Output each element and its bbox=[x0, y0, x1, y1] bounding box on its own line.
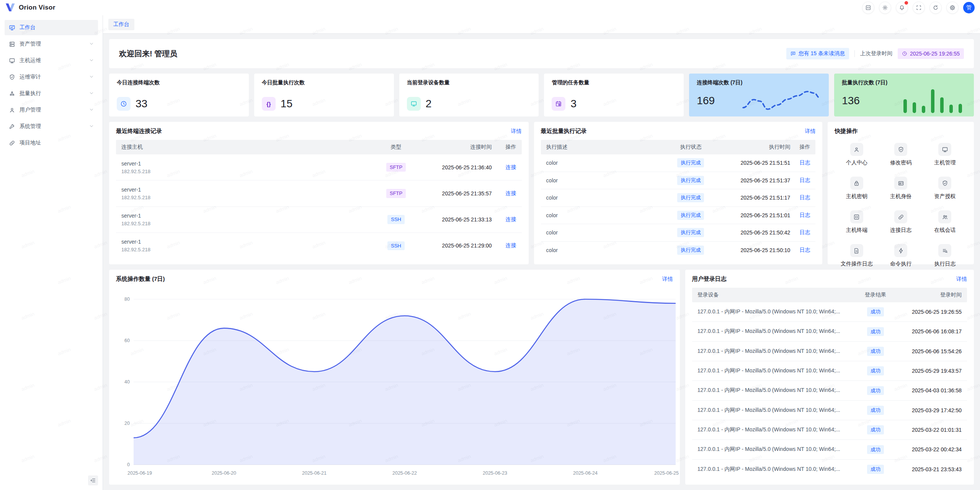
shield-check-icon bbox=[938, 177, 951, 190]
login-device: 127.0.0.1 - 内网IP - Mozilla/5.0 (Windows … bbox=[697, 367, 858, 374]
host-ip: 182.92.5.218 bbox=[121, 221, 377, 226]
svg-text:80: 80 bbox=[124, 297, 130, 302]
sidebar-item-5[interactable]: 批量执行 bbox=[5, 86, 98, 101]
quick-action-11[interactable]: 命令执行 bbox=[879, 244, 923, 267]
log-link[interactable]: 日志 bbox=[799, 194, 810, 200]
login-log-row: 127.0.0.1 - 内网IP - Mozilla/5.0 (Windows … bbox=[692, 322, 967, 341]
host-name: server-1 bbox=[121, 187, 377, 193]
code-button[interactable] bbox=[862, 2, 874, 14]
quick-action-12[interactable]: 执行日志 bbox=[923, 244, 967, 267]
host-name: server-1 bbox=[121, 213, 377, 219]
quick-action-9[interactable]: 在线会话 bbox=[923, 210, 967, 234]
menu-fold-icon bbox=[90, 478, 96, 483]
quick-action-5[interactable]: 主机身份 bbox=[879, 177, 923, 200]
login-device: 127.0.0.1 - 内网IP - Mozilla/5.0 (Windows … bbox=[697, 466, 858, 473]
column-header: 执行状态 bbox=[668, 144, 714, 151]
log-link[interactable]: 日志 bbox=[799, 159, 810, 166]
quick-action-2[interactable]: 修改密码 bbox=[879, 143, 923, 166]
log-link[interactable]: 日志 bbox=[799, 212, 810, 218]
sidebar-item-4[interactable]: 运维审计 bbox=[5, 69, 98, 85]
host-ip: 182.92.5.218 bbox=[121, 169, 377, 174]
login-time: 2025-06-25 19:26:55 bbox=[893, 309, 962, 315]
refresh-button[interactable] bbox=[929, 2, 942, 14]
code-square-icon bbox=[853, 214, 860, 220]
quick-action-3[interactable]: 主机管理 bbox=[923, 143, 967, 166]
chevron-down-icon bbox=[89, 58, 94, 62]
connect-link[interactable]: 连接 bbox=[506, 164, 516, 170]
chevron-down-icon bbox=[89, 74, 94, 79]
sidebar-item-label: 用户管理 bbox=[20, 107, 85, 113]
svg-text:2025-06-22: 2025-06-22 bbox=[392, 470, 417, 476]
asset-icon bbox=[9, 41, 15, 48]
log-link[interactable]: 日志 bbox=[799, 177, 810, 183]
connect-link[interactable]: 连接 bbox=[506, 242, 516, 248]
breadcrumb-item-workbench[interactable]: 工作台 bbox=[108, 19, 134, 30]
exec-time: 2025-06-25 21:51:51 bbox=[714, 160, 790, 166]
sidebar-item-1[interactable]: 工作台 bbox=[5, 20, 98, 35]
login-log-row: 127.0.0.1 - 内网IP - Mozilla/5.0 (Windows … bbox=[692, 460, 967, 479]
wrench-icon bbox=[9, 123, 15, 130]
column-header: 登录设备 bbox=[697, 292, 858, 298]
settings-button[interactable] bbox=[946, 2, 959, 14]
id-card-icon bbox=[898, 180, 904, 187]
svg-text:60: 60 bbox=[124, 338, 130, 343]
login-result-badge: 成功 bbox=[867, 347, 884, 356]
stat-label: 今日连接终端次数 bbox=[117, 79, 241, 86]
quick-action-10[interactable]: 文件操作日志 bbox=[835, 244, 879, 267]
sidebar-item-6[interactable]: 用户管理 bbox=[5, 102, 98, 118]
quick-actions-panel: 快捷操作 个人中心修改密码主机管理主机密钥主机身份资产授权主机终端连接日志在线会… bbox=[828, 122, 974, 264]
exec-record-row: color执行完成2025-06-25 21:51:51日志 bbox=[541, 154, 816, 172]
exec-detail-link[interactable]: 详情 bbox=[805, 128, 815, 135]
quick-action-label: 执行日志 bbox=[934, 261, 956, 267]
theme-button[interactable] bbox=[879, 2, 891, 14]
batch-exec-panel: 最近批量执行记录 详情 执行描述 执行状态 执行时间 操作 color执行完成2… bbox=[534, 122, 823, 264]
login-detail-link[interactable]: 详情 bbox=[956, 276, 967, 283]
exec-record-row: color执行完成2025-06-25 21:51:17日志 bbox=[541, 189, 816, 207]
sidebar-item-2[interactable]: 资产管理 bbox=[5, 36, 98, 52]
user-avatar[interactable]: 管 bbox=[963, 2, 975, 13]
header-actions: 管 bbox=[862, 2, 975, 14]
sidebar-item-8[interactable]: 项目地址 bbox=[5, 135, 98, 151]
quick-action-7[interactable]: 主机终端 bbox=[835, 210, 879, 234]
sidebar-item-3[interactable]: 主机运维 bbox=[5, 53, 98, 68]
sidebar-collapse-button[interactable] bbox=[88, 475, 98, 485]
cluster-icon bbox=[9, 90, 15, 97]
svg-text:20: 20 bbox=[124, 421, 130, 426]
quick-action-6[interactable]: 资产授权 bbox=[923, 177, 967, 200]
clock-icon bbox=[120, 100, 127, 107]
exec-status-badge: 执行完成 bbox=[677, 211, 704, 220]
log-link[interactable]: 日志 bbox=[799, 247, 810, 253]
lock-icon bbox=[850, 177, 863, 190]
quick-action-label: 连接日志 bbox=[890, 227, 911, 234]
quick-action-1[interactable]: 个人中心 bbox=[835, 143, 879, 166]
stat-cards-row: 今日连接终端次数33今日批量执行次数{}15当前登录设备数量2管理的任务数量3连… bbox=[109, 74, 974, 116]
login-device: 127.0.0.1 - 内网IP - Mozilla/5.0 (Windows … bbox=[697, 348, 858, 355]
fullscreen-button[interactable] bbox=[913, 2, 925, 14]
stat-value: 136 bbox=[842, 95, 860, 107]
connect-link[interactable]: 连接 bbox=[506, 216, 516, 222]
sidebar-item-label: 系统管理 bbox=[20, 123, 85, 130]
sidebar-item-label: 项目地址 bbox=[20, 139, 94, 146]
column-header: 登录结果 bbox=[858, 292, 893, 298]
notification-red-dot bbox=[904, 1, 908, 5]
exec-desc: color bbox=[546, 177, 668, 184]
protocol-badge: SFTP bbox=[386, 189, 406, 198]
terminal-detail-link[interactable]: 详情 bbox=[511, 128, 522, 135]
sidebar-item-7[interactable]: 系统管理 bbox=[5, 119, 98, 134]
connect-time: 2025-06-25 21:36:40 bbox=[415, 164, 492, 170]
stat-value: 15 bbox=[281, 98, 292, 110]
protocol-badge: SFTP bbox=[386, 163, 406, 172]
terminal-records-panel: 最近终端连接记录 详情 连接主机 类型 连接时间 操作 server-1182.… bbox=[109, 122, 529, 264]
notifications-button[interactable] bbox=[896, 2, 908, 14]
chart-detail-link[interactable]: 详情 bbox=[662, 276, 673, 283]
quick-action-label: 个人中心 bbox=[846, 159, 867, 166]
lock-icon bbox=[853, 180, 860, 187]
connect-link[interactable]: 连接 bbox=[506, 190, 516, 196]
unread-messages-badge[interactable]: 您有 15 条未读消息 bbox=[786, 48, 849, 59]
quick-action-8[interactable]: 连接日志 bbox=[879, 210, 923, 234]
log-link[interactable]: 日志 bbox=[799, 229, 810, 235]
shield-check-icon bbox=[898, 146, 904, 153]
login-log-row: 127.0.0.1 - 内网IP - Mozilla/5.0 (Windows … bbox=[692, 361, 967, 381]
exec-record-row: color执行完成2025-06-25 21:50:10日志 bbox=[541, 242, 816, 259]
quick-action-4[interactable]: 主机密钥 bbox=[835, 177, 879, 200]
